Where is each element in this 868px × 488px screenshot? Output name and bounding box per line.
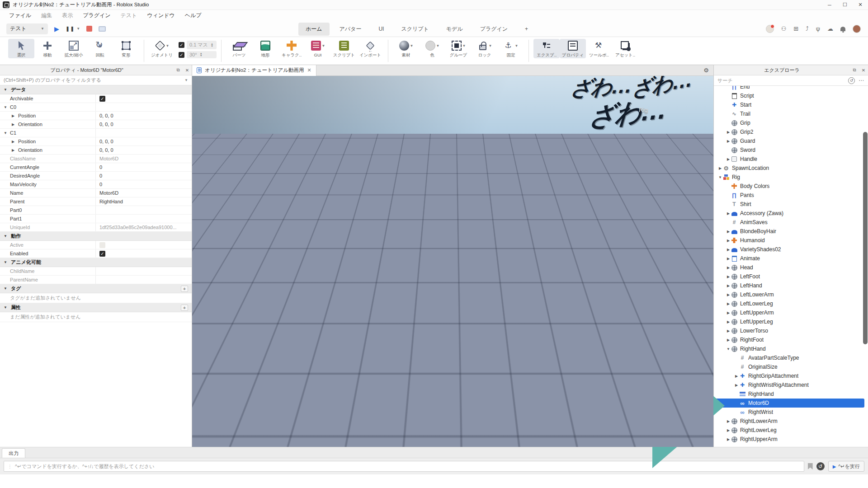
user-avatar[interactable] [853, 25, 861, 33]
tree-item-script[interactable]: Script [714, 91, 868, 100]
property-section-header[interactable]: ▼タグ+ [0, 284, 192, 293]
tree-item-guard[interactable]: ▶Guard [714, 136, 868, 145]
toolbar-button[interactable]: ▼固定 [498, 39, 524, 58]
tree-item-blondeboyhair[interactable]: ▶BlondeBoyHair [714, 227, 868, 236]
property-value[interactable]: ✓ [96, 251, 192, 257]
property-value[interactable]: 0, 0, 0 [96, 113, 192, 118]
tree-item-rightlowerarm[interactable]: ▶RightLowerArm [714, 417, 868, 426]
more-options-icon[interactable]: ⋯ [859, 77, 864, 84]
connect-icon[interactable]: ψ [816, 25, 820, 32]
expander-icon[interactable]: ▶ [726, 248, 731, 252]
expander-icon[interactable]: ▼ [726, 347, 731, 351]
property-value[interactable]: 1df25d33a0e85c2e09adea91000... [96, 225, 192, 230]
property-value[interactable]: 0 [96, 173, 192, 178]
expander-icon[interactable]: ▶ [726, 130, 731, 134]
menu-item[interactable]: 編集 [37, 10, 57, 21]
property-value[interactable]: RightHand [96, 199, 192, 204]
toolbar-button[interactable]: ▼色 [419, 39, 445, 58]
expander-icon[interactable]: ▶ [726, 419, 731, 423]
expander-icon[interactable]: ▶ [726, 275, 731, 279]
property-value[interactable]: 0, 0, 0 [96, 147, 192, 153]
add-button[interactable]: + [181, 305, 188, 311]
stepper-arrows-icon[interactable]: ▲▼ [200, 52, 203, 57]
property-row[interactable]: Archivable✓ [0, 94, 192, 103]
viewport-settings-gear-icon[interactable]: ⚙ [703, 67, 709, 74]
toolbar-button[interactable]: ▼パーツ [226, 39, 252, 58]
property-checkbox[interactable]: ✓ [99, 96, 105, 102]
share-icon[interactable]: ⤴ [806, 25, 809, 32]
property-value[interactable]: Motor6D [96, 156, 192, 161]
menu-item[interactable]: ウィンドウ [142, 10, 179, 21]
section-expander-icon[interactable]: ▼ [4, 88, 7, 92]
tree-item-spawnlocation[interactable]: ▶⚙SpawnLocation [714, 164, 868, 173]
expander-icon[interactable]: ▶ [726, 157, 731, 161]
toolbar-button[interactable]: スクリプト [331, 39, 357, 58]
tree-item-righthand[interactable]: ▼RightHand [714, 344, 868, 353]
property-section-header[interactable]: ▼動作 [0, 232, 192, 241]
section-expander-icon[interactable]: ▼ [4, 305, 7, 310]
popout-icon[interactable]: ⧉ [174, 67, 183, 73]
property-row[interactable]: ▶Orientation0, 0, 0 [0, 120, 192, 129]
property-value[interactable]: Motor6D [96, 190, 192, 196]
tree-item-animate[interactable]: ▶Animate [714, 254, 868, 263]
tree-item-grip[interactable]: Grip [714, 118, 868, 127]
property-row[interactable]: UniqueId1df25d33a0e85c2e09adea91000... [0, 223, 192, 232]
tree-item-lefthand[interactable]: ▶LeftHand [714, 281, 868, 290]
properties-filter-input[interactable]: (Ctrl+Shift+P) のプロパティをフィルタする ▼ [0, 75, 192, 85]
row-expander-icon[interactable]: ▼ [4, 131, 10, 135]
row-expander-icon[interactable]: ▼ [4, 105, 10, 109]
tree-item-varietyshades02[interactable]: ▶VarietyShades02 [714, 245, 868, 254]
tree-item-animsaves[interactable]: #AnimSaves [714, 218, 868, 227]
tree-item-accessory-zawa-[interactable]: ▶Accessory (Zawa) [714, 209, 868, 218]
close-button[interactable]: ✕ [853, 0, 868, 9]
property-row[interactable]: CurrentAngle0 [0, 163, 192, 172]
property-value[interactable]: 0, 0, 0 [96, 122, 192, 127]
tree-item-grip2[interactable]: ▶Grip2 [714, 127, 868, 136]
expander-icon[interactable]: ▶ [726, 239, 731, 243]
snap-checkbox[interactable]: ✓ [179, 42, 184, 48]
property-row[interactable]: ▼C0 [0, 103, 192, 112]
tree-item-body-colors[interactable]: Body Colors [714, 182, 868, 191]
property-value[interactable]: 0 [96, 164, 192, 170]
document-tab[interactable]: オリジナル剣No2：チュートリアル動画用 ✕ [192, 65, 316, 76]
expander-icon[interactable]: ▶ [726, 428, 731, 432]
tree-item-humanoid[interactable]: ▶Humanoid [714, 236, 868, 245]
property-row[interactable]: ▶Orientation0, 0, 0 [0, 146, 192, 155]
property-row[interactable]: ClassNameMotor6D [0, 155, 192, 163]
property-row[interactable]: ParentRightHand [0, 197, 192, 206]
tree-item-end[interactable]: ∏End [714, 86, 868, 91]
test-mode-dropdown[interactable]: テスト ▼ [6, 23, 48, 34]
property-value[interactable] [96, 242, 192, 248]
expander-icon[interactable]: ▶ [726, 302, 731, 306]
bookmark-icon[interactable] [808, 463, 813, 469]
property-row[interactable]: ParentName [0, 276, 192, 284]
property-checkbox[interactable]: ✓ [99, 251, 105, 257]
menu-item[interactable]: ファイル [5, 10, 36, 21]
toolbar-button[interactable]: ▼GUI [305, 39, 331, 57]
ribbon-tab[interactable]: UI [371, 23, 391, 35]
expander-icon[interactable]: ▶ [726, 230, 731, 234]
geometry-snap-button[interactable]: ▼ジオメトリ [149, 39, 175, 58]
row-expander-icon[interactable]: ▶ [12, 122, 18, 127]
toolbar-button[interactable]: ▼素材 [393, 39, 419, 58]
toolbar-button[interactable]: キャラク.. [278, 39, 305, 58]
toolbar-button[interactable]: ▼ロック [472, 39, 498, 58]
toolbar-button[interactable]: 地形 [252, 39, 278, 58]
property-row[interactable]: ▼C1 [0, 129, 192, 137]
run-command-button[interactable]: ▶ ^↵を実行 [828, 461, 864, 472]
close-icon[interactable]: ✕ [859, 68, 868, 73]
toolbar-button[interactable]: 選択 [8, 39, 34, 58]
expander-icon[interactable]: ▶ [734, 383, 739, 387]
close-icon[interactable]: ✕ [183, 68, 192, 73]
command-history-icon[interactable]: ↺ [816, 462, 825, 470]
expander-icon[interactable]: ▼ [717, 175, 723, 179]
row-expander-icon[interactable]: ▶ [12, 140, 18, 144]
property-section-header[interactable]: ▼属性+ [0, 303, 192, 312]
tree-item-rightupperarm[interactable]: ▶RightUpperArm [714, 435, 868, 444]
expander-icon[interactable]: ▶ [726, 320, 731, 324]
tree-item-rightwrist[interactable]: ∞RightWrist [714, 408, 868, 417]
expander-icon[interactable]: ▶ [726, 266, 731, 270]
snap-value-stepper[interactable]: 30°▲▼ [187, 51, 217, 58]
ribbon-tab[interactable]: + [518, 23, 535, 35]
tree-item-righthand[interactable]: RightHand [714, 389, 868, 399]
